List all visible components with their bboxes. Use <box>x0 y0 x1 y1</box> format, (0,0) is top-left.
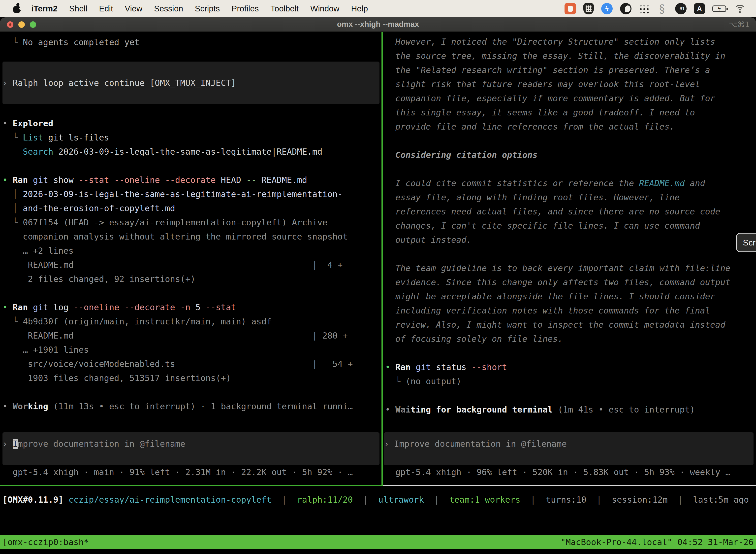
menu-item-edit[interactable]: Edit <box>99 4 113 13</box>
terminal-line <box>2 286 353 300</box>
text-segment: However, I noticed the "Directory Struct… <box>385 37 715 47</box>
terminal-line <box>385 247 731 261</box>
menu-item-session[interactable]: Session <box>154 4 183 13</box>
text-segment <box>63 495 68 505</box>
wifi-icon[interactable] <box>734 4 746 14</box>
ralph-loop-line: › Ralph loop active continue [OMX_TMUX_I… <box>2 76 236 90</box>
tmux-pane-right[interactable]: However, I noticed the "Directory Struct… <box>383 32 756 485</box>
terminal-line <box>385 162 731 176</box>
text-segment: Considering citation options <box>385 150 538 160</box>
terminal-line: companion analysis without altering the … <box>2 230 353 244</box>
status-badge-61-icon[interactable]: ..61 <box>675 3 687 14</box>
pane-divider[interactable] <box>381 32 383 486</box>
minimize-button[interactable] <box>18 21 25 28</box>
text-segment: (11m 13s • esc to interrupt) · 1 backgro… <box>48 401 353 411</box>
text-segment: Ran <box>395 362 411 372</box>
menu-item-shell[interactable]: Shell <box>69 4 87 13</box>
text-segment: changes, I can't cite specific file line… <box>385 221 700 231</box>
terminal-line: I could cite commit statistics or refere… <box>385 176 731 190</box>
zoom-button[interactable] <box>30 21 36 28</box>
terminal-line <box>2 159 353 173</box>
text-segment: git ls-files <box>43 132 109 143</box>
menu-item-toolbelt[interactable]: Toolbelt <box>270 4 299 13</box>
text-segment: --stat <box>206 302 236 312</box>
text-segment: mprove documentation in @filename <box>18 439 185 449</box>
menu-item-scripts[interactable]: Scripts <box>195 4 220 13</box>
right-prompt-input[interactable]: › Improve documentation in @filename <box>384 432 754 465</box>
squiggle-icon[interactable]: § <box>656 3 668 14</box>
terminal-line: • Explored <box>2 116 353 130</box>
keyboard-a-icon[interactable]: A <box>694 3 705 14</box>
text-segment: Wor <box>13 401 28 411</box>
text-segment: (no output) <box>405 376 461 386</box>
menu-item-window[interactable]: Window <box>310 4 339 13</box>
terminal-line: this single essay, it seems like a good … <box>385 106 731 120</box>
dots-grid-icon[interactable] <box>639 4 649 14</box>
text-segment: • <box>2 302 13 312</box>
screenshare-icon[interactable] <box>565 3 576 14</box>
tmux-session-name[interactable]: [omx-cczip0:bash* <box>2 537 89 547</box>
text-segment: 2026-03-09-is-legal-the-same-as-legitima… <box>53 147 322 157</box>
text-segment: (1m 41s • esc to interrupt) <box>553 404 695 414</box>
text-segment: • <box>2 175 13 185</box>
terminal-line: • Working (11m 13s • esc to interrupt) ·… <box>2 399 353 413</box>
text-segment: output instead. <box>385 235 471 245</box>
text-segment: … +2 lines <box>2 246 74 256</box>
apple-menu-icon[interactable] <box>13 3 21 14</box>
text-segment: status <box>431 362 471 372</box>
terminal-line: README.md | 4 + <box>2 258 353 272</box>
text-segment: No agents completed yet <box>23 37 140 47</box>
menu-item-iterm2[interactable]: iTerm2 <box>31 4 58 13</box>
text-segment: └ <box>2 217 23 227</box>
text-segment: slight risk that future readers may over… <box>385 79 700 89</box>
text-segment: --decorate <box>165 175 216 185</box>
terminal-line: might be acceptable alongside the file l… <box>385 289 731 303</box>
text-segment: git <box>33 302 48 312</box>
terminal-line: provide file and line references from th… <box>385 120 731 134</box>
crescent-icon[interactable] <box>620 3 631 14</box>
text-segment: README.md <box>639 178 685 188</box>
battery-icon[interactable]: ϟ <box>712 5 726 12</box>
text-segment: • <box>2 401 13 411</box>
terminal-line <box>385 388 731 403</box>
text-segment: | <box>586 495 612 505</box>
tmux-status-bar: [omx-cczip0:bash* "MacBook-Pro-44.local"… <box>0 535 756 549</box>
text-segment: Ran <box>13 175 28 185</box>
terminal-line: including verification notes with those … <box>385 303 731 318</box>
text-segment: README.md <box>256 175 307 185</box>
menu-item-view[interactable]: View <box>125 4 142 13</box>
terminal-line: evidence. Since this change only affects… <box>385 275 731 289</box>
text-segment: [OMX#0.11.9] <box>2 495 63 505</box>
tmux-pane-left[interactable]: └ No agents completed yet › Ralph loop a… <box>0 32 381 485</box>
text-segment: including verification notes with those … <box>385 306 710 316</box>
blue-badge-icon[interactable]: ϟ <box>601 3 613 14</box>
terminal-line: changes, I can't cite specific file line… <box>385 219 731 233</box>
window-controls <box>7 21 36 28</box>
terminal-line: └ 4b9d30f (origin/main, instructkr/main,… <box>2 315 353 329</box>
terminal-line: essay file, along with finding root file… <box>385 190 731 205</box>
text-segment: List <box>23 132 43 143</box>
text-segment: 4b9d30f (origin/main, instructkr/main, m… <box>23 317 271 326</box>
terminal-line: │ 2026-03-09-is-legal-the-same-as-legiti… <box>2 187 353 201</box>
text-segment: git <box>416 362 431 372</box>
text-segment: src/voice/voiceModeEnabled.ts | 54 + <box>2 359 353 369</box>
terminal-line <box>385 346 731 360</box>
close-button[interactable] <box>7 21 13 28</box>
menu-item-profiles[interactable]: Profiles <box>232 4 259 13</box>
text-segment: Wai <box>395 404 411 414</box>
menu-item-help[interactable]: Help <box>351 4 368 13</box>
text-segment: 2026-03-09-is-legal-the-same-as-legitima… <box>23 189 343 199</box>
text-segment: gpt-5.4 xhigh · 96% left · 520K in · 5.8… <box>385 467 731 477</box>
text-segment: -- <box>246 175 256 185</box>
terminal-line: • Ran git status --short <box>385 360 731 374</box>
screen-overlay-button[interactable]: Scre <box>736 233 756 252</box>
text-segment <box>119 302 124 312</box>
text-segment: • <box>2 118 13 128</box>
shield-grid-icon[interactable] <box>583 3 594 14</box>
left-prompt-input[interactable]: › Improve documentation in @filename <box>2 432 379 465</box>
terminal-line: review. Also, I might want to inspect th… <box>385 318 731 332</box>
terminal-line: the "Related research writing" section i… <box>385 63 731 77</box>
text-segment: | <box>668 495 693 505</box>
left-prompt-text: › Improve documentation in @filename <box>2 437 379 451</box>
text-segment: ralph:11/20 <box>297 495 353 505</box>
